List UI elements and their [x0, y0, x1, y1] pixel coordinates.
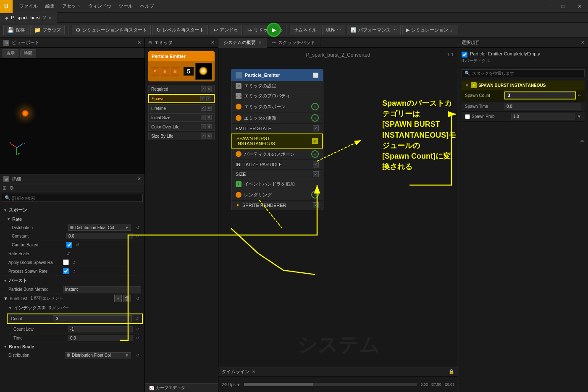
distribution-bottom-reset-icon[interactable]: ↺: [134, 352, 141, 358]
pe-init-particle-checkbox[interactable]: ✓: [313, 162, 319, 167]
burst-section-header[interactable]: ▼ バースト: [2, 276, 143, 285]
constant-reset-icon[interactable]: ↺: [134, 233, 141, 239]
module-spawn[interactable]: Spawn ✓ ✓: [148, 94, 215, 103]
count-low-reset-icon[interactable]: ↺: [134, 326, 141, 332]
viewport-close-icon[interactable]: ✕: [137, 40, 141, 45]
restart-level-button[interactable]: ↻ レベルを再スタート: [152, 25, 208, 35]
pe-item-spawn-burst[interactable]: SPAWN BURST INSTANTANEOUS ✓: [231, 133, 323, 149]
burst-delete-button[interactable]: 🗑: [123, 295, 131, 302]
spawn-prob-expand-icon[interactable]: ▼: [577, 114, 581, 119]
apply-global-spawn-checkbox[interactable]: [63, 259, 69, 265]
pe-emitter-update-add-icon[interactable]: +: [311, 114, 319, 122]
can-be-baked-reset-icon[interactable]: ↺: [74, 241, 81, 248]
undo-button[interactable]: ↩ アンドゥ: [210, 25, 242, 35]
pe-emitter-spawn-add-icon[interactable]: +: [311, 103, 319, 110]
burst-scale-section-header[interactable]: ▼ Burst Scale: [2, 342, 143, 351]
module-size-by-life[interactable]: Size By Life ✓ ⚙: [148, 132, 215, 140]
details-search-input[interactable]: [12, 196, 140, 201]
constant-value[interactable]: 0.0: [66, 233, 133, 239]
burst-list-reset-icon[interactable]: ↺: [134, 295, 141, 302]
tab-pspark[interactable]: ◆ P_spark_burst_2 ✕: [0, 13, 57, 23]
menu-asset[interactable]: アセット: [59, 1, 84, 11]
pe-item-rendering[interactable]: レンダリング +: [231, 189, 323, 201]
pe-item-emitter-spawn[interactable]: エミッタのスポーン +: [231, 101, 323, 112]
performance-button[interactable]: 📊 パフォーマンス ⋯: [347, 25, 401, 35]
spawn-time-value[interactable]: 0.0: [504, 103, 581, 110]
rate-scale-reset-icon[interactable]: ↺: [65, 250, 71, 257]
tab-scratch-pad[interactable]: ✏ スクラッチパッド: [267, 38, 320, 48]
close-button[interactable]: ✕: [571, 0, 588, 13]
count-low-value[interactable]: -1: [68, 326, 133, 332]
spawn-prob-value[interactable]: 1.0: [511, 113, 575, 120]
menu-file[interactable]: ファイル: [16, 1, 41, 11]
pbm-value[interactable]: Instant: [63, 286, 141, 293]
menu-help[interactable]: ヘルプ: [137, 1, 158, 11]
curve-editor-button[interactable]: 📈 カーブエディタ: [145, 383, 218, 392]
pe-item-settings[interactable]: ⚙ エミッタの設定: [231, 81, 323, 91]
system-overview-close-icon[interactable]: ✕: [258, 40, 262, 45]
time-value[interactable]: 0.0: [68, 335, 133, 341]
time-button[interactable]: 時間: [20, 49, 36, 57]
timeline-fps-expand-icon[interactable]: ▼: [236, 382, 241, 387]
play-button[interactable]: ▶: [267, 23, 281, 37]
timeline-track[interactable]: [244, 383, 417, 386]
timeline-lock-icon[interactable]: 🔒: [449, 369, 454, 374]
pe-item-sprite-renderer[interactable]: ✦ SPRITE RENDERER ✓: [231, 201, 323, 210]
module-lifetime[interactable]: Lifetime ✓ ⚙: [148, 104, 215, 112]
pe-expand-icon[interactable]: ⬜: [313, 73, 319, 78]
selection-search-input[interactable]: [472, 71, 582, 76]
module-initial-size[interactable]: Initial Size ✓ ⚙: [148, 113, 215, 122]
count-value[interactable]: 3: [53, 315, 132, 322]
pe-item-emitter-update[interactable]: エミッタの更新 +: [231, 112, 323, 124]
pe-size-checkbox[interactable]: ✓: [313, 171, 319, 177]
tab-system-overview[interactable]: システムの概要 ✕: [218, 38, 267, 48]
pe-particle-spawn-add-icon[interactable]: +: [311, 150, 319, 158]
menu-window[interactable]: ウィンドウ: [85, 1, 115, 11]
module-color-over-life[interactable]: Color Over Life ✓ ⚙: [148, 123, 215, 131]
maximize-button[interactable]: □: [554, 0, 571, 13]
spawn-count-value[interactable]: 3: [504, 91, 576, 99]
thumbnail-button[interactable]: サムネイル: [290, 25, 320, 35]
details-grid-view-icon[interactable]: ⊞: [3, 185, 7, 191]
pe-item-init-particle[interactable]: INITIALIZE PARTICLE ✓: [231, 160, 323, 170]
time-reset-icon[interactable]: ↺: [134, 335, 141, 341]
menu-edit[interactable]: 編集: [42, 1, 58, 11]
count-reset-icon[interactable]: ↺: [134, 316, 140, 322]
right-edit-icon[interactable]: ✏: [580, 139, 585, 144]
pe-item-size[interactable]: SIZE ✓: [231, 170, 323, 179]
pe-item-emitter-state[interactable]: EMITTER STATE ✓: [231, 124, 323, 133]
menu-tools[interactable]: ツール: [116, 1, 136, 11]
module-required[interactable]: Required ✓ ⚙: [148, 85, 215, 93]
pe-sprite-renderer-checkbox[interactable]: ✓: [313, 202, 319, 208]
spawn-section-header[interactable]: ▼ スポーン: [2, 205, 143, 215]
browse-button[interactable]: 📁 ブラウズ: [30, 25, 65, 35]
restart-sim-button[interactable]: ⚙ シミュレーションを再スタート: [72, 25, 151, 35]
can-be-baked-checkbox[interactable]: [66, 242, 72, 248]
pe-item-properties[interactable]: CPU エミッタのプロパティ: [231, 91, 323, 101]
emitter-close-icon[interactable]: ✕: [211, 40, 215, 45]
burst-add-button[interactable]: +: [114, 295, 122, 302]
distribution-bottom-dropdown[interactable]: Distribution Float Col ▼: [65, 352, 131, 358]
details-settings-icon[interactable]: ⚙: [9, 185, 14, 191]
pe-item-event-handler[interactable]: + イベントハンドラを追加: [231, 179, 323, 189]
spawn-prob-checkbox[interactable]: [465, 114, 470, 119]
selection-checkbox[interactable]: [462, 52, 467, 57]
minimize-button[interactable]: －: [538, 0, 554, 13]
boundary-button[interactable]: 境界 ⋯: [322, 25, 345, 35]
details-close-icon[interactable]: ✕: [137, 176, 141, 182]
save-button[interactable]: 💾 保存: [3, 25, 29, 35]
display-button[interactable]: 表示: [3, 49, 18, 57]
selection-close-icon[interactable]: ✕: [581, 40, 585, 45]
timeline-close-icon[interactable]: ✕: [252, 369, 255, 374]
pe-emitter-state-checkbox[interactable]: ✓: [313, 125, 319, 131]
pe-item-particle-spawn[interactable]: パーティクルのスポーン +: [231, 149, 323, 160]
distribution-dropdown[interactable]: Distribution Float Col ▼: [68, 225, 131, 231]
apply-global-spawn-reset-icon[interactable]: ↺: [71, 259, 77, 266]
simulation-button[interactable]: ▶ シミュレーション 」: [402, 25, 458, 35]
spawn-count-edit-icon[interactable]: ✏: [578, 93, 581, 98]
pe-rendering-add-icon[interactable]: +: [311, 191, 319, 199]
index0-header[interactable]: ▼ インデックス[0 3 メンバー: [7, 303, 143, 313]
sbs-collapse-arrow-icon[interactable]: ▼: [465, 83, 469, 88]
rate-header[interactable]: ▼ Rate: [5, 215, 143, 223]
process-spawn-reset-icon[interactable]: ↺: [71, 268, 77, 274]
